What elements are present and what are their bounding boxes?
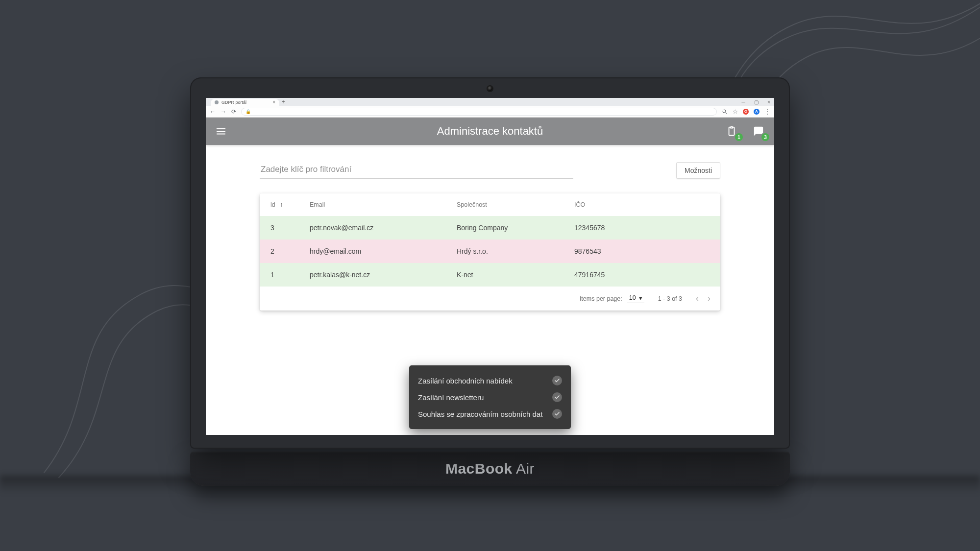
consent-popover: Zasílání obchodních nabídekZasílání news… [409, 365, 571, 429]
contacts-table-card: id ↑ Email Společnost IČO 3petr.novak@em… [260, 193, 720, 311]
consent-label: Zasílání obchodních nabídek [418, 377, 513, 385]
cell-ico: 12345678 [568, 216, 720, 240]
consent-label: Souhlas se zpracováním osobních dat [418, 410, 542, 418]
cell-company: Boring Company [451, 216, 568, 240]
cell-email: hrdy@email.com [304, 240, 451, 263]
menu-button[interactable] [215, 125, 227, 138]
next-page-button[interactable]: › [708, 293, 710, 304]
table-row[interactable]: 3petr.novak@email.czBoring Company123456… [260, 216, 720, 240]
lock-icon: 🔒 [245, 109, 251, 114]
cell-email: petr.kalas@k-net.cz [304, 263, 451, 287]
app-header: Administrace kontaktů 1 3 [206, 118, 774, 145]
extension-badge[interactable]: O [743, 109, 749, 115]
table-row[interactable]: 1petr.kalas@k-net.czK-net47916745 [260, 263, 720, 287]
column-header-id[interactable]: id ↑ [260, 193, 304, 216]
cell-ico: 47916745 [568, 263, 720, 287]
browser-tab[interactable]: GDPR portál × [211, 99, 279, 106]
check-circle-icon [552, 392, 562, 402]
column-label: id [270, 201, 275, 208]
consent-label: Zasílání newsletteru [418, 393, 484, 402]
svg-line-1 [726, 112, 727, 114]
nav-reload-icon[interactable]: ⟳ [231, 108, 236, 115]
laptop-mockup: GDPR portál × + ─ ▢ × ← → ⟳ 🔒 [190, 77, 790, 486]
clipboard-badge: 1 [735, 133, 743, 141]
range-label: 1 - 3 of 3 [658, 295, 682, 302]
cell-id: 2 [260, 240, 304, 263]
new-tab-button[interactable]: + [279, 98, 287, 106]
filter-input[interactable] [260, 162, 573, 179]
address-bar[interactable]: 🔒 [241, 108, 717, 116]
column-header-company[interactable]: Společnost [451, 193, 568, 216]
paginator: Items per page: 10 ▾ 1 - 3 of 3 ‹ › [260, 287, 720, 311]
options-button[interactable]: Možnosti [676, 162, 720, 179]
cell-id: 3 [260, 216, 304, 240]
cell-company: K-net [451, 263, 568, 287]
check-circle-icon [552, 409, 562, 419]
svg-point-0 [723, 110, 726, 113]
cell-company: Hrdý s.r.o. [451, 240, 568, 263]
consent-item: Souhlas se zpracováním osobních dat [418, 406, 562, 422]
clipboard-button[interactable]: 1 [725, 124, 739, 138]
window-titlebar: GDPR portál × + ─ ▢ × [206, 98, 774, 106]
chat-button[interactable]: 3 [752, 124, 765, 138]
window-maximize-icon[interactable]: ▢ [753, 99, 760, 105]
nav-forward-icon[interactable]: → [220, 108, 226, 115]
device-brand: MacBook Air [445, 460, 535, 477]
tab-title: GDPR portál [221, 100, 246, 105]
window-minimize-icon[interactable]: ─ [740, 99, 747, 105]
screen: GDPR portál × + ─ ▢ × ← → ⟳ 🔒 [206, 98, 774, 435]
search-icon[interactable] [722, 109, 728, 115]
camera-dot [488, 86, 492, 91]
window-close-icon[interactable]: × [765, 99, 772, 105]
column-header-ico[interactable]: IČO [568, 193, 720, 216]
browser-menu-icon[interactable]: ⋮ [764, 108, 770, 115]
contacts-table: id ↑ Email Společnost IČO 3petr.novak@em… [260, 193, 720, 287]
items-per-page-select[interactable]: 10 ▾ [627, 294, 644, 303]
page-title: Administrace kontaktů [437, 125, 543, 138]
consent-item: Zasílání newsletteru [418, 389, 562, 406]
tab-close-icon[interactable]: × [272, 100, 275, 105]
favicon [215, 100, 219, 104]
check-circle-icon [552, 376, 562, 385]
items-per-page-label: Items per page: [580, 295, 622, 302]
cell-ico: 9876543 [568, 240, 720, 263]
table-row[interactable]: 2hrdy@email.comHrdý s.r.o.9876543 [260, 240, 720, 263]
prev-page-button[interactable]: ‹ [696, 293, 699, 304]
items-per-page-value: 10 [629, 294, 636, 301]
chat-badge: 3 [761, 133, 769, 141]
cell-email: petr.novak@email.cz [304, 216, 451, 240]
star-icon[interactable]: ☆ [733, 108, 738, 115]
chevron-down-icon: ▾ [639, 294, 642, 302]
browser-toolbar: ← → ⟳ 🔒 ☆ O A ⋮ [206, 106, 774, 118]
column-header-email[interactable]: Email [304, 193, 451, 216]
laptop-base: MacBook Air [190, 452, 790, 486]
sort-asc-icon: ↑ [280, 201, 283, 208]
profile-avatar[interactable]: A [754, 109, 760, 115]
cell-id: 1 [260, 263, 304, 287]
nav-back-icon[interactable]: ← [210, 108, 216, 115]
consent-item: Zasílání obchodních nabídek [418, 372, 562, 389]
